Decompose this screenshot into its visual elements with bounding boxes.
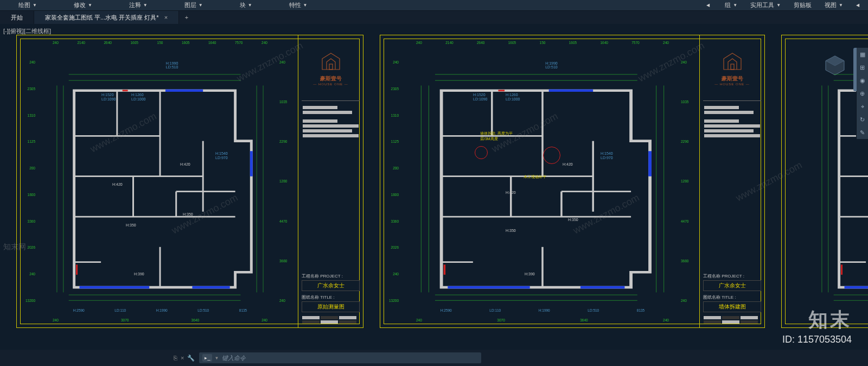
nav-tool-icon[interactable]: ⊕ bbox=[857, 87, 868, 100]
command-line-bar: ⎘ × 🔧 ▸_ ▼ 键入命令 bbox=[0, 350, 868, 366]
right-nav-bar: ▦⊞◉⊕⌖↻✎ bbox=[856, 48, 868, 139]
room-height-label: H:1540 bbox=[601, 152, 613, 155]
room-height-label: LD:970 bbox=[601, 156, 613, 160]
document-tab[interactable]: 开始 bbox=[0, 11, 34, 24]
window-dim: H:1990LD:510 bbox=[545, 61, 558, 69]
chevron-down-icon: ▼ bbox=[733, 3, 737, 8]
drawing-title-label: 图纸名称 TITLE : bbox=[703, 294, 761, 300]
drawing-title-value: 墙体拆建图 bbox=[703, 301, 761, 312]
room-height-label: LD:1000 bbox=[131, 97, 145, 101]
document-tabbar: 开始家装全套施工图纸 平...水电 开关插座 灯具*× + bbox=[0, 11, 868, 24]
title-block: 豪斯壹号— HOUSE ONE —工程名称 PROJECT :广水余女士图纸名称… bbox=[298, 35, 363, 327]
room-height-label: LD:1090 bbox=[101, 97, 116, 101]
chevron-down-icon: ▼ bbox=[199, 3, 203, 8]
room-height-label: H:1540 bbox=[215, 152, 228, 155]
drawing-sheet[interactable]: 豪斯壹号— HOUSE ONE —工程名称 PROJECT :广水余女士图纸名称… bbox=[380, 35, 765, 328]
right-nav-handle[interactable] bbox=[853, 48, 857, 91]
menu-视图[interactable]: 视图▼ bbox=[818, 1, 850, 9]
room-height-label: H:1260 bbox=[131, 93, 144, 97]
floor-plan[interactable] bbox=[53, 60, 267, 302]
nav-tool-icon[interactable]: ⊞ bbox=[857, 61, 868, 74]
watermark-side: 知末网 bbox=[3, 242, 26, 252]
menu-剪贴板[interactable]: 剪贴板 bbox=[787, 1, 818, 9]
nav-tool-icon[interactable]: ▦ bbox=[857, 48, 868, 61]
room-height-label: H:420 bbox=[180, 162, 190, 166]
window-dim-bottom: H:2590LD:110H:1990LD:5108135 bbox=[422, 308, 663, 312]
window-dim-bottom: H:2590LD:110H:1990LD:5108135 bbox=[58, 308, 262, 312]
dimensions-left: 24023051310112520018003360202624013200 bbox=[385, 60, 399, 302]
project-label: 工程名称 PROJECT : bbox=[302, 273, 360, 279]
svg-rect-28 bbox=[731, 64, 734, 70]
menu-块[interactable]: 块▼ bbox=[221, 1, 271, 9]
floor-plan[interactable] bbox=[416, 60, 669, 302]
tab-close-icon[interactable]: × bbox=[164, 14, 168, 21]
drawing-area[interactable]: 240214026401605150160516407570240H:1990L… bbox=[384, 39, 696, 324]
tab-label: 家装全套施工图纸 平...水电 开关插座 灯具* bbox=[45, 14, 159, 22]
command-input[interactable]: ▸_ ▼ 键入命令 bbox=[199, 352, 481, 363]
chevron-down-icon: ▼ bbox=[248, 3, 252, 8]
watermark-brand: 知末 bbox=[808, 307, 852, 333]
chevron-down-icon: ▼ bbox=[88, 3, 92, 8]
menu-修改[interactable]: 修改▼ bbox=[55, 1, 111, 9]
drawing-title-label: 图纸名称 TITLE : bbox=[302, 294, 360, 300]
drawing-area[interactable]: 240214026401605150160516407570240H:1990L… bbox=[20, 39, 295, 324]
nav-tool-icon[interactable]: ◉ bbox=[857, 74, 868, 87]
chevron-down-icon: ▼ bbox=[143, 3, 148, 8]
title-block-info bbox=[703, 104, 761, 139]
cmd-close-icon[interactable]: × bbox=[181, 355, 184, 361]
menu-expand-left[interactable]: ◀ bbox=[700, 3, 718, 8]
svg-rect-2 bbox=[329, 64, 333, 70]
menu-注释[interactable]: 注释▼ bbox=[111, 1, 166, 9]
room-height-label: LD:1090 bbox=[473, 97, 487, 101]
project-label: 工程名称 PROJECT : bbox=[703, 273, 761, 279]
dimensions-right: 24010352290128044703680240 bbox=[681, 60, 695, 302]
title-block-footer bbox=[703, 315, 761, 324]
tab-label: 开始 bbox=[11, 14, 23, 22]
revision-cloud bbox=[475, 146, 488, 159]
company-logo: 豪斯壹号— HOUSE ONE — bbox=[703, 39, 761, 98]
demolition-note: 木工现场补平 bbox=[524, 174, 561, 180]
demolition-note: 墙体拆除, 高度为平层/3M高度 bbox=[480, 131, 518, 142]
model-space-viewport[interactable]: [-][俯视][二维线框] 豪斯壹号— HOUSE ONE —工程名称 PROJ… bbox=[0, 24, 868, 350]
new-tab-button[interactable]: + bbox=[179, 11, 194, 24]
nav-tool-icon[interactable]: ✎ bbox=[857, 126, 868, 139]
revision-cloud bbox=[543, 147, 560, 164]
menu-图层[interactable]: 图层▼ bbox=[166, 1, 221, 9]
room-height-label: H:350 bbox=[183, 212, 193, 216]
room-height-label: H:350 bbox=[506, 229, 516, 232]
room-height-label: H:390 bbox=[525, 272, 535, 276]
title-block-info bbox=[302, 104, 360, 139]
room-height-label: H:420 bbox=[506, 191, 516, 194]
chevron-down-icon: ▼ bbox=[776, 3, 781, 8]
dimensions-top: 240214026401605150160516407570240 bbox=[416, 41, 669, 45]
cmd-history-icon[interactable]: ⎘ bbox=[174, 355, 177, 361]
cmd-customize-icon[interactable]: 🔧 bbox=[187, 355, 195, 362]
menu-绘图[interactable]: 绘图▼ bbox=[0, 1, 55, 9]
room-height-label: H:1260 bbox=[506, 93, 518, 97]
room-height-label: LD:1000 bbox=[506, 97, 520, 101]
room-height-label: H:390 bbox=[134, 272, 144, 276]
dimensions-right: 24010352290128044703680240 bbox=[279, 60, 293, 302]
menu-实用工具[interactable]: 实用工具▼ bbox=[744, 1, 787, 9]
chevron-down-icon: ▼ bbox=[839, 3, 843, 8]
dimensions-bottom: 24030703640240 bbox=[53, 318, 267, 322]
command-input-placeholder: 键入命令 bbox=[222, 354, 246, 362]
nav-tool-icon[interactable]: ↻ bbox=[857, 113, 868, 126]
cmd-recent-dropdown-icon[interactable]: ▼ bbox=[214, 356, 219, 361]
title-block: 豪斯壹号— HOUSE ONE —工程名称 PROJECT :广水余女士图纸名称… bbox=[699, 35, 764, 327]
drawing-sheet[interactable]: 豪斯壹号— HOUSE ONE —工程名称 PROJECT :广水余女士图纸名称… bbox=[16, 35, 363, 328]
drawing-title-value: 原始测量图 bbox=[302, 301, 360, 312]
company-logo: 豪斯壹号— HOUSE ONE — bbox=[302, 39, 360, 98]
document-tab[interactable]: 家装全套施工图纸 平...水电 开关插座 灯具*× bbox=[34, 11, 179, 24]
watermark-id: ID: 1157053504 bbox=[782, 334, 852, 345]
project-value: 广水余女士 bbox=[703, 280, 761, 291]
dimensions-bottom: 24030703640240 bbox=[416, 318, 669, 322]
room-height-label: H:1520 bbox=[473, 93, 486, 97]
nav-tool-icon[interactable]: ⌖ bbox=[857, 100, 868, 113]
chevron-down-icon: ▼ bbox=[33, 3, 37, 8]
menu-特性[interactable]: 特性▼ bbox=[271, 1, 326, 9]
room-height-label: H:420 bbox=[563, 162, 573, 166]
menu-expand-right[interactable]: ◀ bbox=[850, 3, 868, 8]
cmd-prompt-icon: ▸_ bbox=[202, 354, 212, 362]
menu-组[interactable]: 组▼ bbox=[718, 1, 744, 9]
